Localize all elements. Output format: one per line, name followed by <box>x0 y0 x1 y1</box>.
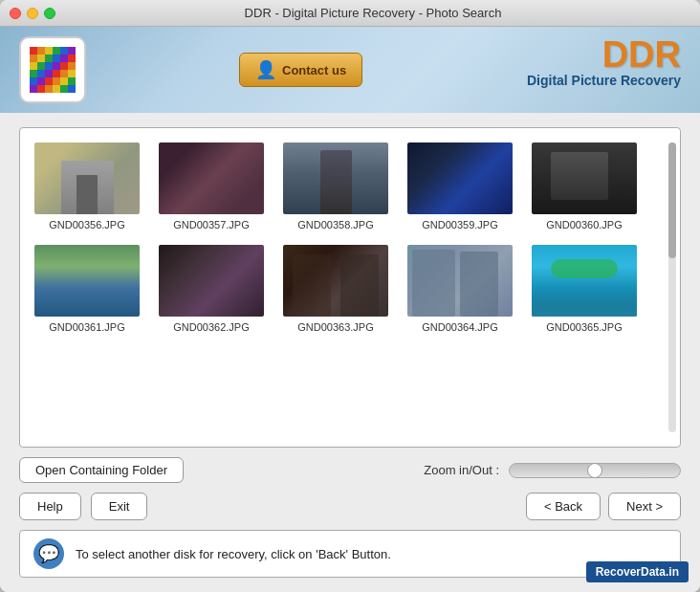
contact-icon: 👤 <box>255 59 276 80</box>
open-folder-button[interactable]: Open Containing Folder <box>19 457 184 483</box>
photo-thumb <box>407 245 513 317</box>
exit-button[interactable]: Exit <box>91 493 148 520</box>
window-title: DDR - Digital Picture Recovery - Photo S… <box>55 6 690 20</box>
list-item[interactable]: GND00357.JPG <box>159 143 264 230</box>
photo-filename: GND00363.JPG <box>297 321 373 333</box>
list-item[interactable]: GND00360.JPG <box>532 143 637 230</box>
photo-filename: GND00365.JPG <box>546 321 622 333</box>
contact-button[interactable]: 👤 Contact us <box>239 53 362 87</box>
photo-filename: GND00359.JPG <box>422 219 497 230</box>
logo-grid <box>30 47 76 93</box>
next-button[interactable]: Next > <box>608 493 681 520</box>
zoom-button[interactable] <box>44 8 55 19</box>
info-icon: 💬 <box>33 538 64 569</box>
info-message: To select another disk for recovery, cli… <box>76 547 391 561</box>
photo-thumb <box>159 245 264 317</box>
bottom-nav: Help Exit < Back Next > <box>19 493 681 520</box>
minimize-button[interactable] <box>27 8 38 19</box>
photo-thumb <box>407 143 513 214</box>
close-button[interactable] <box>10 8 21 19</box>
brand-block: DDR Digital Picture Recovery <box>527 36 681 88</box>
scrollbar[interactable] <box>668 143 676 432</box>
back-button[interactable]: < Back <box>526 493 601 520</box>
list-item[interactable]: GND00358.JPG <box>283 143 388 230</box>
photo-thumb <box>283 143 388 214</box>
photo-filename: GND00357.JPG <box>173 219 249 230</box>
photo-filename: GND00360.JPG <box>546 219 622 230</box>
photo-thumb <box>34 245 140 317</box>
list-item[interactable]: GND00364.JPG <box>407 245 513 333</box>
list-item[interactable]: GND00365.JPG <box>532 245 637 333</box>
photo-thumb <box>283 245 388 317</box>
photo-row-1: GND00356.JPG GND00357.JPG GND00358.JPG G… <box>34 143 666 230</box>
zoom-slider[interactable] <box>509 463 681 478</box>
photo-filename: GND00356.JPG <box>49 219 124 230</box>
recover-data-brand: RecoverData.in <box>586 561 689 582</box>
brand-subtitle: Digital Picture Recovery <box>527 73 681 88</box>
list-item[interactable]: GND00359.JPG <box>407 143 513 230</box>
photo-filename: GND00358.JPG <box>297 219 373 230</box>
list-item[interactable]: GND00362.JPG <box>159 245 264 333</box>
photo-thumb <box>532 143 637 214</box>
zoom-control: Zoom in/Out : <box>424 463 681 478</box>
photo-thumb <box>159 143 264 214</box>
photo-thumb <box>34 143 140 214</box>
list-item[interactable]: GND00356.JPG <box>34 143 140 230</box>
contact-label: Contact us <box>282 63 346 77</box>
traffic-lights <box>10 8 55 19</box>
list-item[interactable]: GND00361.JPG <box>34 245 140 333</box>
back-next-group: < Back Next > <box>526 493 681 520</box>
photo-filename: GND00362.JPG <box>173 321 249 333</box>
zoom-label: Zoom in/Out : <box>424 463 499 477</box>
header: 👤 Contact us DDR Digital Picture Recover… <box>0 27 700 113</box>
photo-filename: GND00361.JPG <box>49 321 124 333</box>
photo-thumb <box>532 245 637 317</box>
app-window: DDR - Digital Picture Recovery - Photo S… <box>0 0 700 592</box>
app-logo <box>19 36 86 103</box>
titlebar: DDR - Digital Picture Recovery - Photo S… <box>0 0 700 27</box>
photo-filename: GND00364.JPG <box>422 321 497 333</box>
help-button[interactable]: Help <box>19 493 81 520</box>
main-content: GND00356.JPG GND00357.JPG GND00358.JPG G… <box>0 113 700 592</box>
info-bar: 💬 To select another disk for recovery, c… <box>19 530 681 578</box>
scrollbar-thumb[interactable] <box>668 143 676 258</box>
brand-name: DDR <box>527 36 681 73</box>
photo-grid-container: GND00356.JPG GND00357.JPG GND00358.JPG G… <box>19 127 681 448</box>
photo-row-2: GND00361.JPG GND00362.JPG GND00363.JPG <box>34 245 666 333</box>
list-item[interactable]: GND00363.JPG <box>283 245 388 333</box>
toolbar-row: Open Containing Folder Zoom in/Out : <box>19 457 681 483</box>
